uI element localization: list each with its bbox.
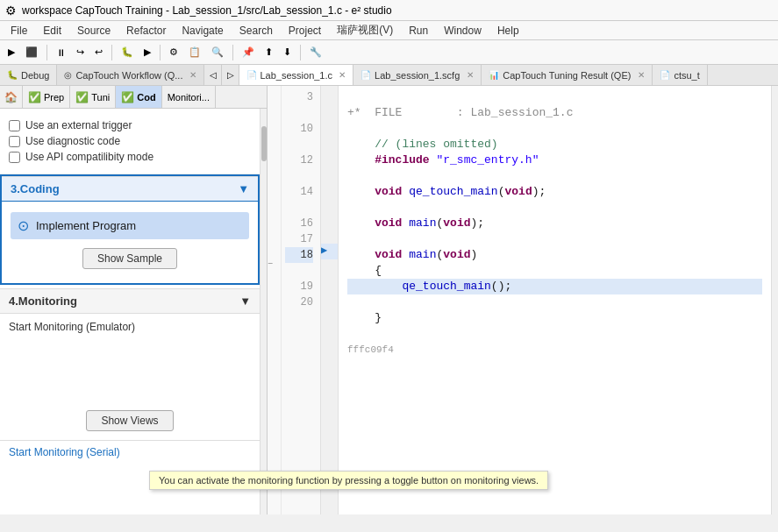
- section-4-content: Start Monitoring (Emulator): [0, 314, 260, 340]
- menu-refactor[interactable]: Refactor: [119, 23, 173, 39]
- section-3-title: 3.Coding: [11, 182, 60, 195]
- line-num-19: 19: [301, 280, 313, 293]
- menu-file[interactable]: File: [4, 23, 34, 39]
- toolbar-btn-7[interactable]: 📋: [184, 44, 205, 60]
- left-vscrollbar[interactable]: [260, 109, 267, 514]
- left-panel: 🏠 ✅ Prep ✅ Tuni ✅ Cod Monitori...: [0, 86, 268, 514]
- toolbar-btn-10[interactable]: ⬆: [261, 44, 277, 60]
- toolbar-btn-5[interactable]: ↩: [90, 44, 107, 60]
- title-bar: ⚙ workspace CapTouch Training - Lab_sess…: [0, 0, 778, 21]
- panel-tab-monitoring[interactable]: Monitori...: [162, 86, 216, 108]
- line-num-16: 16: [301, 217, 313, 230]
- checkbox-external-trigger-input[interactable]: [9, 120, 20, 131]
- section-3-coding: 3.Coding ▼ ⊙ Implement Program Show Samp…: [0, 174, 260, 285]
- code-area: − 3 10 12 14 16 17 18 19 20: [268, 86, 778, 514]
- checkbox-diagnostic: Use diagnostic code: [9, 135, 251, 147]
- file1-pin-icon: 📄: [246, 70, 257, 80]
- menu-source[interactable]: Source: [70, 23, 118, 39]
- checkbox-diagnostic-input[interactable]: [9, 136, 20, 147]
- panel-tab-prep-label: Prep: [44, 92, 64, 103]
- menu-navigate[interactable]: Navigate: [175, 23, 230, 39]
- line-numbers: 3 10 12 14 16 17 18 19 20: [282, 86, 321, 514]
- tab-ctsu[interactable]: 📄 ctsu_t: [653, 65, 707, 85]
- panel-tab-tuni[interactable]: ✅ Tuni: [70, 86, 116, 108]
- bp-empty-2: [321, 102, 338, 117]
- toolbar-sep-3: [160, 45, 161, 60]
- cod-check-icon: ✅: [121, 91, 134, 103]
- toolbar-btn-9[interactable]: 📌: [238, 44, 259, 60]
- toolbar-btn-4[interactable]: ↪: [72, 44, 89, 60]
- tab-expand-btn[interactable]: ▷: [222, 65, 239, 85]
- bp-empty-7: [321, 181, 338, 196]
- toolbar-btn-6[interactable]: ⚙: [165, 44, 182, 60]
- code-content[interactable]: +* FILE : Lab_session_1.c // (lines omit…: [339, 86, 771, 514]
- menu-help[interactable]: Help: [490, 23, 526, 39]
- checkbox-api-input[interactable]: [9, 152, 20, 163]
- toolbar-btn-debug[interactable]: 🐛: [117, 44, 138, 60]
- menu-window[interactable]: Window: [437, 23, 489, 39]
- implement-label: Implement Program: [36, 219, 136, 232]
- left-panel-inner: Use an external trigger Use diagnostic c…: [0, 109, 267, 514]
- left-panel-content: Use an external trigger Use diagnostic c…: [0, 109, 260, 514]
- menu-renesas[interactable]: 瑞萨视图(V): [330, 21, 400, 39]
- left-vscrollbar-thumb[interactable]: [261, 126, 267, 161]
- menu-bar: File Edit Source Refactor Navigate Searc…: [0, 21, 778, 40]
- toolbar-btn-run2[interactable]: ▶: [139, 44, 155, 60]
- tuning-tab-close[interactable]: ✕: [638, 70, 645, 80]
- line-num-9: [285, 105, 313, 121]
- implement-check-icon: ⊙: [18, 217, 29, 234]
- section-4-title: 4.Monitoring: [9, 294, 77, 308]
- bp-arrow-icon: ▶: [321, 245, 327, 257]
- tab-file1[interactable]: 📄 Lab_session_1.c ✕: [239, 65, 353, 86]
- workflow-tab-icon: ◎: [64, 70, 72, 80]
- tuning-tab-icon: 📊: [489, 70, 499, 80]
- toolbar-btn-3[interactable]: ⏸: [52, 45, 70, 60]
- line-num-11: [285, 137, 313, 153]
- section-3-arrow-icon: ▼: [238, 182, 249, 195]
- toolbar: ▶ ⬛ ⏸ ↪ ↩ 🐛 ▶ ⚙ 📋 🔍 📌 ⬆ ⬇ 🔧: [0, 40, 778, 65]
- menu-search[interactable]: Search: [232, 23, 280, 39]
- show-sample-button[interactable]: Show Sample: [82, 248, 177, 269]
- file2-tab-close[interactable]: ✕: [467, 70, 474, 80]
- workflow-tab-close[interactable]: ✕: [189, 70, 196, 80]
- tooltip-text: You can activate the monitoring function…: [159, 475, 539, 486]
- section-4-header[interactable]: 4.Monitoring ▼: [0, 288, 260, 314]
- tab-debug[interactable]: 🐛 Debug: [0, 65, 57, 85]
- tab-file2[interactable]: 📄 Lab_session_1.scfg ✕: [353, 65, 482, 85]
- menu-edit[interactable]: Edit: [36, 23, 68, 39]
- panel-tab-cod-label: Cod: [137, 92, 155, 103]
- start-monitoring-serial-label: Start Monitoring (Serial): [9, 446, 120, 458]
- toolbar-sep-4: [232, 45, 233, 60]
- right-panel: − 3 10 12 14 16 17 18 19 20: [268, 86, 778, 514]
- panel-tab-prep[interactable]: ✅ Prep: [23, 86, 70, 108]
- bp-empty-6: [321, 165, 338, 181]
- checkbox-external-trigger-label: Use an external trigger: [25, 119, 132, 131]
- home-button[interactable]: 🏠: [0, 86, 23, 108]
- bp-empty-5: [321, 149, 338, 165]
- toolbar-btn-11[interactable]: ⬇: [279, 44, 296, 60]
- toolbar-btn-12[interactable]: 🔧: [305, 44, 326, 60]
- menu-project[interactable]: Project: [282, 23, 328, 39]
- bp-empty-3: [321, 117, 338, 133]
- toolbar-btn-1[interactable]: ▶: [4, 44, 19, 60]
- toolbar-btn-2[interactable]: ⬛: [21, 44, 42, 60]
- show-views-button[interactable]: Show Views: [86, 410, 173, 431]
- line-num-18: 18: [285, 247, 313, 263]
- file1-tab-close[interactable]: ✕: [339, 70, 346, 80]
- tab-workflow[interactable]: ◎ CapTouch Workflow (Q... ✕: [57, 65, 204, 85]
- bp-marker-18: ▶: [321, 244, 338, 259]
- section-4-monitoring: 4.Monitoring ▼ Start Monitoring (Emulato…: [0, 288, 260, 431]
- bp-empty-4: [321, 133, 338, 149]
- panel-tab-cod[interactable]: ✅ Cod: [116, 86, 161, 108]
- checkbox-external-trigger: Use an external trigger: [9, 119, 251, 131]
- tab-tuning[interactable]: 📊 CapTouch Tuning Result (QE) ✕: [482, 65, 653, 85]
- tab-collapse-btn[interactable]: ◁: [204, 65, 222, 85]
- section-3-header[interactable]: 3.Coding ▼: [2, 176, 258, 202]
- panel-tabs: 🏠 ✅ Prep ✅ Tuni ✅ Cod Monitori...: [0, 86, 267, 109]
- menu-run[interactable]: Run: [402, 23, 435, 39]
- right-vscrollbar[interactable]: [771, 86, 778, 514]
- fold-arrow-16[interactable]: −: [268, 259, 273, 269]
- tooltip-bar: You can activate the monitoring function…: [149, 471, 548, 490]
- tuni-check-icon: ✅: [75, 91, 89, 103]
- toolbar-btn-8[interactable]: 🔍: [207, 44, 228, 60]
